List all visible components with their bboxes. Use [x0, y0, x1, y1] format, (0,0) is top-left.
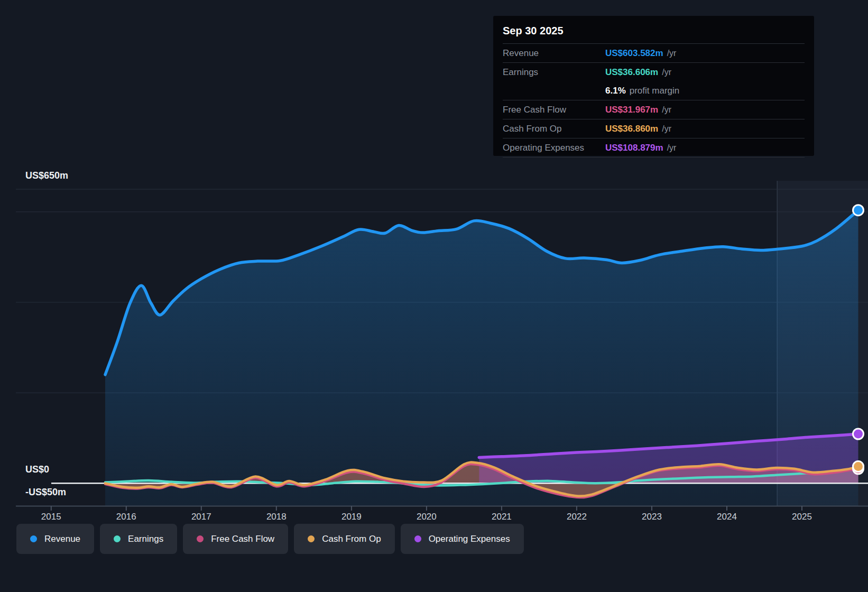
legend-item-earnings[interactable]: Earnings — [100, 524, 177, 554]
tooltip-metric-suffix: /yr — [667, 49, 677, 58]
revenue-endpoint-marker — [853, 205, 864, 216]
free-cash-flow-legend-dot-icon — [197, 535, 204, 542]
operating-expenses-legend-dot-icon — [414, 535, 421, 542]
legend-item-revenue[interactable]: Revenue — [16, 524, 94, 554]
legend-item-label: Operating Expenses — [429, 534, 510, 544]
tooltip-metric-value: US$603.582m — [605, 48, 663, 59]
tooltip-metric-suffix: /yr — [662, 68, 671, 77]
x-axis-label: 2023 — [631, 512, 673, 522]
tooltip-rows: RevenueUS$603.582m/yrEarningsUS$36.606m/… — [503, 44, 805, 158]
y-axis-label: US$650m — [25, 170, 68, 181]
profit-margin-label: profit margin — [630, 86, 679, 96]
tooltip-row-operating-expenses: Operating ExpensesUS$108.879m/yr — [503, 138, 805, 158]
tooltip-metric-value: US$108.879m — [605, 143, 663, 153]
x-axis-label: 2022 — [556, 512, 598, 522]
tooltip-metric-label: Free Cash Flow — [503, 105, 605, 115]
y-axis-label: US$0 — [25, 464, 49, 475]
operating-expenses-endpoint-marker — [853, 429, 864, 439]
x-axis-label: 2019 — [330, 512, 373, 522]
y-axis-label: -US$50m — [25, 486, 66, 498]
tooltip-metric-suffix: /yr — [667, 143, 677, 153]
x-axis-label: 2020 — [405, 512, 448, 522]
tooltip-metric-value: US$36.606m — [605, 67, 658, 78]
tooltip-metric-suffix: /yr — [662, 105, 671, 115]
legend-item-label: Revenue — [44, 534, 80, 544]
x-axis-label: 2015 — [30, 512, 72, 522]
tooltip-row-cash-from-op: Cash From OpUS$36.860m/yr — [503, 119, 805, 138]
legend-item-label: Free Cash Flow — [211, 534, 274, 544]
x-axis-label: 2024 — [706, 512, 748, 522]
cash-from-op-endpoint-marker — [853, 461, 864, 472]
tooltip-metric-label: Cash From Op — [503, 124, 605, 134]
tooltip-metric-label: Earnings — [503, 67, 605, 78]
tooltip-row-free-cash-flow: Free Cash FlowUS$31.967m/yr — [503, 100, 805, 119]
profit-margin-value: 6.1% — [605, 86, 626, 96]
tooltip-metric-suffix: /yr — [662, 124, 671, 134]
cash-from-op-legend-dot-icon — [308, 535, 315, 542]
legend-item-operating-expenses[interactable]: Operating Expenses — [401, 524, 524, 554]
legend-item-cash-from-op[interactable]: Cash From Op — [294, 524, 394, 554]
x-axis-label: 2018 — [255, 512, 298, 522]
tooltip-date: Sep 30 2025 — [503, 16, 805, 44]
financial-history-chart: US$650mUS$0-US$50m 201520162017201820192… — [0, 0, 868, 592]
earnings-legend-dot-icon — [114, 535, 121, 542]
x-axis-label: 2017 — [180, 512, 223, 522]
x-axis-label: 2016 — [105, 512, 147, 522]
revenue-legend-dot-icon — [30, 535, 37, 542]
tooltip-metric-value: US$36.860m — [605, 124, 658, 134]
tooltip-row-earnings: EarningsUS$36.606m/yr6.1%profit margin — [503, 63, 805, 100]
tooltip-panel: Sep 30 2025 RevenueUS$603.582m/yrEarning… — [493, 16, 814, 156]
tooltip-metric-label: Operating Expenses — [503, 143, 605, 153]
legend-item-free-cash-flow[interactable]: Free Cash Flow — [183, 524, 288, 554]
tooltip-row-revenue: RevenueUS$603.582m/yr — [503, 44, 805, 63]
legend-item-label: Cash From Op — [322, 534, 381, 544]
legend-item-label: Earnings — [128, 534, 163, 544]
tooltip-metric-value: US$31.967m — [605, 105, 658, 115]
tooltip-metric-label: Revenue — [503, 48, 605, 59]
x-axis-label: 2021 — [481, 512, 523, 522]
x-axis-label: 2025 — [781, 512, 823, 522]
legend-bar: RevenueEarningsFree Cash FlowCash From O… — [16, 524, 524, 554]
